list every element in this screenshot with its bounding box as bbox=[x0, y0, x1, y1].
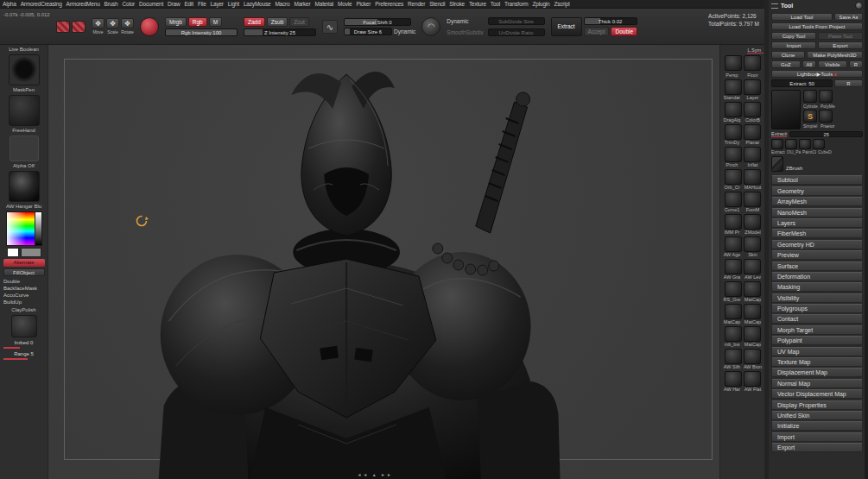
subpalette-header[interactable]: Layers bbox=[771, 218, 863, 228]
subpalette-header[interactable]: Geometry bbox=[771, 186, 863, 196]
load-tool-button[interactable]: Load Tool bbox=[771, 13, 833, 21]
menu-item[interactable]: Zplugin bbox=[533, 1, 550, 7]
range-slider[interactable]: Range 5 bbox=[3, 350, 45, 360]
rgb-intensity-slider[interactable]: Rgb Intensity 100 bbox=[165, 28, 238, 36]
zcut-button[interactable]: Zcut bbox=[289, 17, 309, 27]
extract-button[interactable]: Extract bbox=[551, 17, 582, 36]
pencil-tool-thumbnail[interactable] bbox=[771, 156, 783, 172]
draw-brush-icon[interactable] bbox=[140, 17, 159, 36]
draw-size-slider[interactable]: Draw Size 6 bbox=[344, 28, 392, 35]
subpalette-header[interactable]: Initialize bbox=[771, 421, 863, 431]
tray-thumbnail[interactable] bbox=[744, 79, 761, 95]
tray-thumbnail[interactable] bbox=[744, 349, 761, 364]
palette-menu-icon[interactable] bbox=[771, 3, 778, 9]
tray-thumbnail[interactable] bbox=[744, 214, 761, 230]
menu-item[interactable]: Edit bbox=[184, 1, 193, 7]
subpalette-header[interactable]: NanoMesh bbox=[771, 208, 863, 217]
alternate-color-button[interactable]: Alternate bbox=[3, 259, 45, 267]
subpalette-header[interactable]: Visibility bbox=[771, 293, 863, 303]
tray-thumbnail[interactable] bbox=[725, 124, 742, 140]
goz-all-button[interactable]: All bbox=[802, 60, 816, 68]
curve-mode-icon[interactable]: ◠ bbox=[421, 17, 440, 36]
subpalette-header[interactable]: Import bbox=[771, 432, 863, 442]
menu-item[interactable]: Layer bbox=[211, 1, 224, 7]
material-thumbnail[interactable] bbox=[9, 171, 40, 202]
dynamic-label[interactable]: Dynamic bbox=[447, 18, 483, 24]
subpalette-header[interactable]: Preview bbox=[771, 250, 863, 260]
extract-r-button[interactable]: R bbox=[834, 79, 863, 87]
shelf-toggle[interactable]: Double bbox=[2, 278, 47, 285]
tray-thumbnail[interactable] bbox=[725, 259, 742, 274]
shelf-toggle[interactable]: AccuCurve bbox=[2, 292, 47, 299]
transpose-button[interactable]: ✥ Rotate bbox=[121, 18, 134, 35]
tray-thumbnail[interactable] bbox=[725, 281, 742, 297]
alpha-thumbnail[interactable] bbox=[10, 136, 39, 161]
lightbox-tools-button[interactable]: Lightbox▶Tools bbox=[771, 70, 863, 78]
subpalette-header[interactable]: Subtool bbox=[771, 175, 863, 185]
subpalette-header[interactable]: Export bbox=[771, 443, 863, 452]
live-boolean-toggle[interactable]: Live Boolean bbox=[9, 47, 39, 53]
menu-item[interactable]: Material bbox=[315, 1, 334, 7]
clay-polish-thumbnail[interactable] bbox=[11, 315, 37, 337]
color-picker[interactable] bbox=[6, 211, 42, 246]
menu-item[interactable]: Tool bbox=[491, 1, 500, 7]
export-button[interactable]: Export bbox=[818, 41, 863, 49]
menu-item[interactable]: Light bbox=[228, 1, 239, 7]
tray-thumbnail[interactable] bbox=[744, 124, 761, 140]
load-tools-from-project-button[interactable]: Load Tools From Project bbox=[771, 22, 863, 30]
tray-thumbnail[interactable] bbox=[744, 326, 761, 342]
subpalette-header[interactable]: ArrayMesh bbox=[771, 197, 863, 206]
canvas-nav-arrows[interactable]: ◄◄ ▲ ►► bbox=[357, 472, 393, 477]
menu-item[interactable]: LazyMouse bbox=[244, 1, 270, 7]
sculpt-canvas[interactable]: ◄◄ ▲ ►► bbox=[48, 45, 719, 479]
subpalette-header[interactable]: Unified Skin bbox=[771, 411, 863, 420]
menu-item[interactable]: Stroke bbox=[449, 1, 465, 7]
tray-thumbnail[interactable] bbox=[744, 281, 761, 297]
subpalette-header[interactable]: Texture Map bbox=[771, 357, 863, 367]
menu-item[interactable]: Transform bbox=[504, 1, 529, 7]
mrgb-button[interactable]: Mrgb bbox=[165, 17, 187, 27]
import-button[interactable]: Import bbox=[771, 41, 816, 49]
rgb-button[interactable]: Rgb bbox=[188, 17, 207, 27]
menu-item[interactable]: Stencil bbox=[429, 1, 445, 7]
recent-tool-thumbnail[interactable] bbox=[799, 139, 811, 149]
thick-slider[interactable]: Thick 0.02 bbox=[584, 17, 637, 25]
tray-thumbnail[interactable] bbox=[725, 236, 742, 252]
brush-thumbnail-maskpen[interactable] bbox=[9, 54, 40, 85]
subpalette-header[interactable]: Morph Target bbox=[771, 325, 863, 335]
tray-thumbnail[interactable] bbox=[744, 102, 761, 117]
subpalette-header[interactable]: Displacement Map bbox=[771, 368, 863, 377]
goz-r-button[interactable]: R bbox=[849, 60, 863, 68]
stroke-curve-icon[interactable]: ∿ bbox=[322, 20, 338, 34]
menu-item[interactable]: Texture bbox=[469, 1, 486, 7]
dynamic-toggle-small[interactable]: Dynamic bbox=[394, 28, 415, 35]
paste-tool-button[interactable]: Paste Tool bbox=[818, 32, 863, 40]
menu-item[interactable]: Alpha bbox=[3, 1, 16, 7]
quickpick-thumbnail[interactable] bbox=[819, 90, 833, 103]
extract-mini-label[interactable]: Extracti bbox=[771, 131, 787, 137]
current-tool-thumbnail[interactable] bbox=[771, 90, 801, 129]
tray-thumbnail[interactable] bbox=[725, 326, 742, 342]
menu-item[interactable]: Draw bbox=[168, 1, 180, 7]
subpalette-header[interactable]: Polygroups bbox=[771, 304, 863, 313]
subpalette-header[interactable]: Surface bbox=[771, 262, 863, 271]
menu-item[interactable]: Movie bbox=[338, 1, 352, 7]
undivide-ratio-slider[interactable]: UnDivide Ratio bbox=[488, 28, 545, 36]
custom-red-tool-icon-1[interactable] bbox=[56, 21, 70, 33]
goz-button[interactable]: GoZ bbox=[771, 60, 801, 68]
tray-thumbnail[interactable] bbox=[744, 169, 761, 185]
menu-item[interactable]: ArmoredCreasing bbox=[21, 1, 62, 7]
menu-item[interactable]: Brush bbox=[105, 1, 118, 7]
extract-mini-value[interactable]: 25 bbox=[789, 131, 863, 137]
menu-item[interactable]: Document bbox=[139, 1, 163, 7]
shelf-toggle[interactable]: BuildUp bbox=[2, 299, 47, 306]
tray-thumbnail[interactable] bbox=[725, 169, 742, 185]
subpalette-header[interactable]: Vector Displacement Map bbox=[771, 389, 863, 399]
recent-tool-thumbnail[interactable] bbox=[771, 139, 783, 149]
tray-thumbnail[interactable] bbox=[725, 304, 742, 319]
subpalette-header[interactable]: Normal Map bbox=[771, 379, 863, 388]
tray-thumbnail[interactable] bbox=[744, 259, 761, 274]
tray-thumbnail[interactable] bbox=[744, 192, 761, 207]
menu-item[interactable]: Marker bbox=[294, 1, 310, 7]
primary-color-swatch[interactable] bbox=[7, 248, 19, 257]
